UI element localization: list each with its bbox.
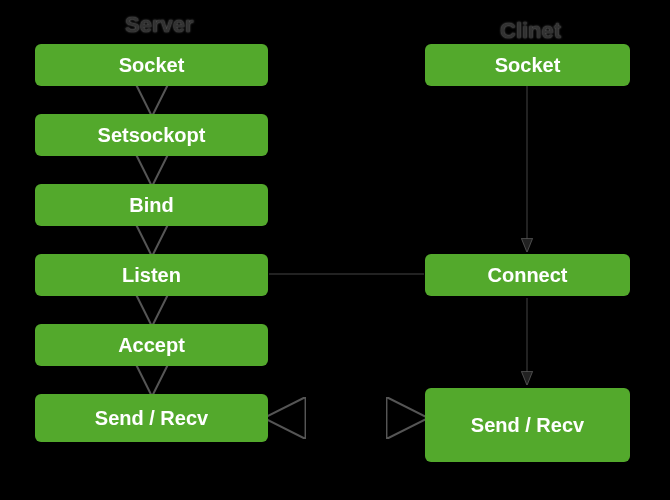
server-column-title: Server [125,12,194,38]
server-step-socket: Socket [35,44,268,86]
client-column-title: Clinet [500,18,561,44]
server-step-setsockopt: Setsockopt [35,114,268,156]
server-step-accept: Accept [35,324,268,366]
server-step-sendrecv: Send / Recv [35,394,268,442]
client-step-connect: Connect [425,254,630,296]
client-step-socket: Socket [425,44,630,86]
server-step-listen: Listen [35,254,268,296]
server-step-bind: Bind [35,184,268,226]
client-step-sendrecv: Send / Recv [425,388,630,462]
